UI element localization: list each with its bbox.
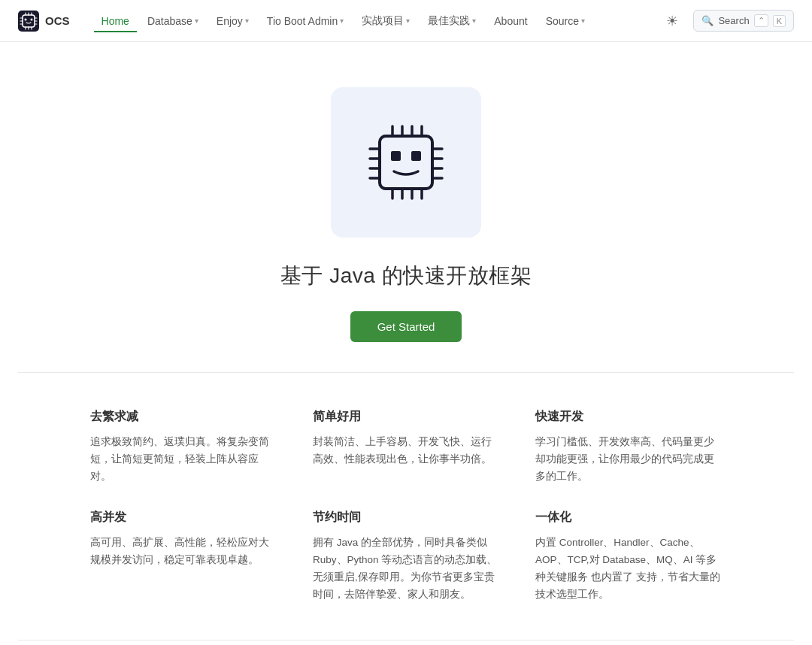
feature-concurrency-desc: 高可用、高扩展、高性能，轻松应对大规模并发访问，稳定可靠表现卓越。 [90,534,277,569]
nav-tio-boot-admin[interactable]: Tio Boot Admin ▾ [259,11,351,32]
features-grid: 去繁求减 追求极致简约、返璞归真。将复杂变简短，让简短更简短，轻装上阵从容应对。… [0,373,812,640]
hero-image [331,87,481,238]
chevron-icon: ▾ [472,17,476,25]
svg-rect-17 [391,151,401,161]
search-shortcut-k: K [773,15,786,27]
chip-illustration [353,110,459,215]
logo-icon [18,11,39,32]
feature-fast-title: 快速开发 [535,409,722,425]
sun-icon: ☀ [666,13,678,29]
nav-enjoy[interactable]: Enjoy ▾ [209,11,256,32]
feature-fast-dev: 快速开发 学习门槛低、开发效率高、代码量更少却功能更强，让你用最少的代码完成更多… [535,409,722,486]
hero-section: 基于 Java 的快速开放框架 Get Started [0,42,812,372]
feature-simplicity-title: 去繁求减 [90,409,277,425]
chevron-icon: ▾ [245,17,249,25]
feature-time-title: 节约时间 [313,510,499,525]
feature-concurrency: 高并发 高可用、高扩展、高性能，轻松应对大规模并发访问，稳定可靠表现卓越。 [90,510,277,604]
svg-point-2 [25,18,27,20]
nav-database[interactable]: Database ▾ [140,11,206,32]
feature-integrated-desc: 内置 Controller、Handler、Cache、AOP、TCP,对 Da… [535,534,722,604]
nav-best-practices[interactable]: 最佳实践 ▾ [420,10,483,32]
feature-simplicity: 去繁求减 追求极致简约、返璞归真。将复杂变简短，让简短更简短，轻装上阵从容应对。 [90,409,277,486]
feature-integrated: 一体化 内置 Controller、Handler、Cache、AOP、TCP,… [535,510,722,604]
search-icon: 🔍 [701,15,714,26]
nav-practice-projects[interactable]: 实战项目 ▾ [354,10,417,32]
chevron-icon: ▾ [340,17,344,25]
feature-easy-desc: 封装简洁、上手容易、开发飞快、运行高效、性能表现出色，让你事半功倍。 [313,434,499,468]
feature-time-saving: 节约时间 拥有 Java 的全部优势，同时具备类似 Ruby、Python 等动… [313,510,499,604]
navbar-right: ☀ 🔍 Search ⌃ K [660,9,794,33]
chevron-icon: ▾ [581,17,585,25]
search-shortcut-ctrl: ⌃ [754,14,768,27]
site-logo-text: OCS [45,14,70,27]
theme-toggle-button[interactable]: ☀ [660,9,684,33]
site-logo[interactable]: OCS [18,11,70,32]
svg-rect-16 [380,136,432,189]
chevron-icon: ▾ [406,17,410,25]
navbar: OCS Home Database ▾ Enjoy ▾ Tio Boot Adm… [0,0,812,42]
footer: MIT Licensed | Copyright © 2023-present … [0,640,812,645]
feature-concurrency-title: 高并发 [90,510,277,525]
search-label: Search [718,15,749,26]
get-started-button[interactable]: Get Started [350,311,462,342]
hero-title: 基于 Java 的快速开放框架 [280,262,532,290]
feature-time-desc: 拥有 Java 的全部优势，同时具备类似 Ruby、Python 等动态语言的动… [313,534,499,604]
chevron-icon: ▾ [195,17,198,25]
svg-point-3 [31,18,33,20]
nav-items: Home Database ▾ Enjoy ▾ Tio Boot Admin ▾… [94,10,661,32]
feature-easy-title: 简单好用 [313,409,499,425]
svg-rect-18 [411,151,421,161]
nav-about[interactable]: Abount [486,11,535,32]
nav-source[interactable]: Source ▾ [538,11,592,32]
search-button[interactable]: 🔍 Search ⌃ K [693,10,794,32]
feature-simplicity-desc: 追求极致简约、返璞归真。将复杂变简短，让简短更简短，轻装上阵从容应对。 [90,434,277,486]
feature-fast-desc: 学习门槛低、开发效率高、代码量更少却功能更强，让你用最少的代码完成更多的工作。 [535,434,722,486]
nav-home[interactable]: Home [94,11,137,32]
feature-integrated-title: 一体化 [535,510,722,525]
feature-easy-to-use: 简单好用 封装简洁、上手容易、开发飞快、运行高效、性能表现出色，让你事半功倍。 [313,409,499,486]
